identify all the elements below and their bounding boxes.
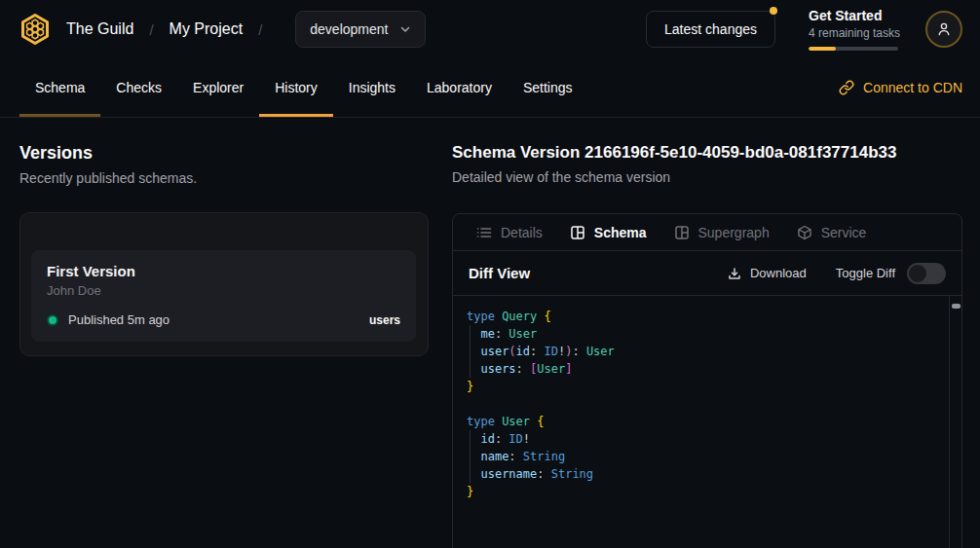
schema-version-card: Details Schema Supergraph xyxy=(452,213,962,548)
breadcrumb-separator: / xyxy=(258,21,262,38)
schema-version-subtitle: Detailed view of the schema version xyxy=(452,169,962,185)
version-service-badge: users xyxy=(369,313,400,327)
nav-tabs: Schema Checks Explorer History Insights … xyxy=(19,58,588,117)
toggle-diff-knob xyxy=(909,265,926,282)
latest-changes-button[interactable]: Latest changes xyxy=(646,11,775,48)
tab-supergraph[interactable]: Supergraph xyxy=(660,225,783,240)
tab-history[interactable]: History xyxy=(259,58,333,117)
tab-laboratory[interactable]: Laboratory xyxy=(411,58,508,117)
indent-guide xyxy=(470,325,471,378)
detail-tabbar: Details Schema Supergraph xyxy=(453,214,961,251)
breadcrumb-separator: / xyxy=(149,21,153,38)
tab-details-label: Details xyxy=(501,225,543,240)
chevron-down-icon xyxy=(399,23,411,35)
user-avatar[interactable] xyxy=(925,11,962,48)
download-icon xyxy=(728,267,741,280)
nav-spacer xyxy=(588,58,840,117)
diff-view-title: Diff View xyxy=(469,265,530,281)
schema-version-title: Schema Version 2166196f-5e10-4059-bd0a-0… xyxy=(452,143,962,163)
tab-service-label: Service xyxy=(821,225,867,240)
get-started-progress-bar xyxy=(809,47,898,51)
code-scrollbar-thumb[interactable] xyxy=(952,304,961,309)
list-icon xyxy=(476,225,492,240)
tab-insights[interactable]: Insights xyxy=(333,58,411,117)
version-name: First Version xyxy=(47,263,400,279)
connect-to-cdn-link[interactable]: Connect to CDN xyxy=(839,58,962,117)
versions-subtitle: Recently published schemas. xyxy=(19,170,429,186)
tab-explorer[interactable]: Explorer xyxy=(177,58,259,117)
code-content: type Query { me: User user(id: ID!): Use… xyxy=(467,308,948,500)
tab-schema[interactable]: Schema xyxy=(19,58,100,117)
version-list-item[interactable]: First Version John Doe Published 5m ago … xyxy=(31,250,416,342)
guild-logo-icon[interactable] xyxy=(18,12,53,47)
diff-view-header: Diff View Download Toggle Diff xyxy=(453,251,961,296)
link-icon xyxy=(839,80,854,95)
indent-guide xyxy=(470,430,471,483)
notification-dot xyxy=(770,7,777,15)
toggle-diff-label: Toggle Diff xyxy=(836,266,895,280)
tab-checks[interactable]: Checks xyxy=(100,58,177,117)
tab-schema-view[interactable]: Schema xyxy=(556,225,660,240)
versions-title: Versions xyxy=(19,143,429,164)
cube-icon xyxy=(797,225,812,240)
version-author: John Doe xyxy=(47,283,400,298)
version-status: Published 5m ago xyxy=(68,312,170,327)
environment-select-value: development xyxy=(310,21,388,37)
columns-icon xyxy=(570,225,585,240)
breadcrumb-org[interactable]: The Guild xyxy=(66,20,133,38)
published-status-dot xyxy=(47,314,58,326)
tab-settings[interactable]: Settings xyxy=(508,58,588,117)
get-started-widget[interactable]: Get Started 4 remaining tasks xyxy=(809,8,898,51)
download-button[interactable]: Download xyxy=(728,266,807,280)
get-started-subtitle: 4 remaining tasks xyxy=(809,26,898,40)
main-content: Versions Recently published schemas. Fir… xyxy=(0,118,980,548)
toggle-diff-switch[interactable] xyxy=(907,263,946,284)
download-label: Download xyxy=(750,266,807,280)
tab-schema-view-label: Schema xyxy=(594,225,647,240)
target-nav: Schema Checks Explorer History Insights … xyxy=(0,58,980,118)
schema-version-panel: Schema Version 2166196f-5e10-4059-bd0a-0… xyxy=(452,118,962,548)
versions-panel: Versions Recently published schemas. Fir… xyxy=(19,118,429,548)
app-header: The Guild / My Project / development Lat… xyxy=(0,0,980,58)
schema-code-viewer[interactable]: type Query { me: User user(id: ID!): Use… xyxy=(453,296,961,548)
person-icon xyxy=(936,21,952,37)
get-started-title: Get Started xyxy=(809,8,898,23)
tab-details[interactable]: Details xyxy=(463,225,556,240)
columns-icon xyxy=(674,225,690,240)
environment-select[interactable]: development xyxy=(295,11,426,48)
connect-to-cdn-label: Connect to CDN xyxy=(863,80,962,95)
get-started-progress-fill xyxy=(809,47,836,51)
code-scrollbar-track[interactable] xyxy=(949,296,961,548)
tab-service[interactable]: Service xyxy=(783,225,881,240)
tab-supergraph-label: Supergraph xyxy=(698,225,770,240)
versions-list-card: First Version John Doe Published 5m ago … xyxy=(19,212,429,356)
breadcrumb-project[interactable]: My Project xyxy=(170,20,244,38)
